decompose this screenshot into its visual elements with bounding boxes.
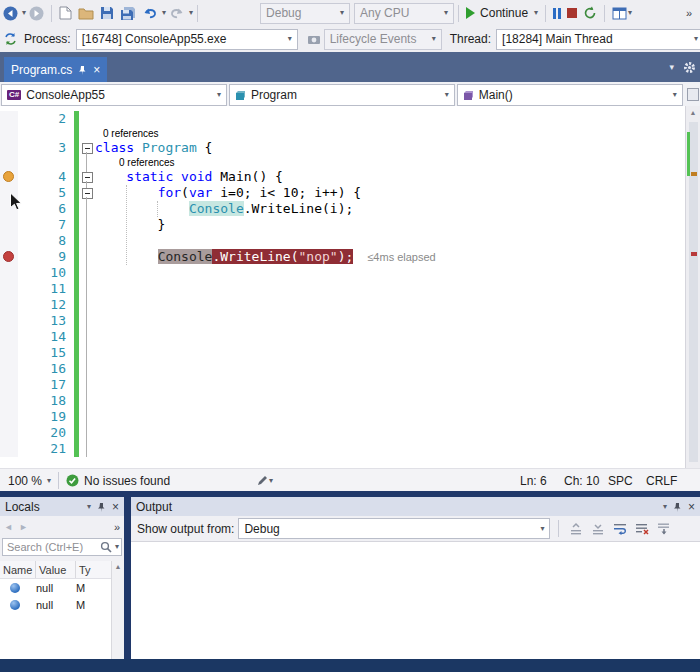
tracepoint-indicator[interactable] [3, 171, 14, 182]
code-line[interactable]: 18 [0, 393, 686, 409]
breakpoint-margin[interactable] [0, 297, 18, 313]
code-line[interactable]: 19 [0, 409, 686, 425]
editor-vertical-scrollbar[interactable]: ▲ [685, 106, 700, 468]
toolbar-overflow-icon[interactable]: » [114, 521, 120, 533]
code-editor[interactable]: 20 references3class Program {0 reference… [0, 106, 700, 468]
code-text[interactable] [95, 441, 686, 457]
breakpoint-margin[interactable] [0, 140, 18, 156]
toolbar-overflow-button[interactable]: » [686, 7, 700, 19]
code-line[interactable]: 17 [0, 377, 686, 393]
window-position-caret-icon[interactable]: ▾ [663, 503, 667, 511]
code-line[interactable]: 12 [0, 297, 686, 313]
tab-close-icon[interactable]: × [93, 64, 100, 76]
code-text[interactable] [95, 281, 686, 297]
code-text[interactable] [95, 313, 686, 329]
save-all-button[interactable] [117, 2, 139, 24]
pin-icon[interactable] [78, 65, 87, 75]
column-indicator[interactable]: Ch: 10 [564, 474, 608, 488]
output-source-dropdown[interactable]: Debug ▾ [238, 518, 550, 539]
word-wrap-button[interactable] [611, 520, 629, 538]
vertical-splitter[interactable] [124, 497, 131, 659]
breakpoint-margin[interactable] [0, 127, 18, 140]
code-text[interactable] [95, 233, 686, 249]
tab-program-cs[interactable]: Program.cs × [4, 57, 107, 82]
code-text[interactable] [95, 393, 686, 409]
code-text[interactable] [95, 297, 686, 313]
code-line[interactable]: 5 for(var i=0; i< 10; i++) { [0, 185, 686, 201]
code-text[interactable]: class Program { [95, 140, 686, 156]
breakpoint-margin[interactable] [0, 441, 18, 457]
locals-grid[interactable]: Name Value Ty nullMnullM ▲ [0, 561, 124, 659]
process-dropdown[interactable]: [16748] ConsoleApp55.exe ▾ [76, 29, 298, 50]
close-icon[interactable]: × [688, 500, 695, 514]
previous-message-button[interactable] [567, 520, 585, 538]
perf-tip[interactable]: ≤4ms elapsed [353, 251, 435, 263]
continue-button[interactable]: Continue ▾ [463, 2, 541, 24]
toggle-autoscroll-button[interactable] [655, 520, 673, 538]
window-position-caret-icon[interactable]: ▾ [87, 503, 91, 511]
save-button[interactable] [97, 2, 117, 24]
code-line[interactable]: 2 [0, 111, 686, 127]
code-line[interactable]: 14 [0, 329, 686, 345]
zoom-dropdown[interactable]: 100 % ▾ [0, 470, 54, 492]
next-message-button[interactable] [589, 520, 607, 538]
breakpoint-margin[interactable] [0, 377, 18, 393]
code-line[interactable]: 16 [0, 361, 686, 377]
locals-row[interactable]: nullM [0, 579, 124, 596]
search-options-caret-icon[interactable]: ▾ [115, 543, 119, 551]
scrollbar-split-grip[interactable] [687, 88, 699, 101]
code-text[interactable] [95, 265, 686, 281]
redo-button[interactable] [166, 2, 188, 24]
code-line[interactable]: 20 [0, 425, 686, 441]
code-line[interactable]: 9 Console.WriteLine("nop");≤4ms elapsed [0, 249, 686, 265]
scroll-up-icon[interactable]: ▲ [686, 106, 700, 116]
code-text[interactable]: Console.WriteLine(i); [95, 201, 686, 217]
column-header-name[interactable]: Name [0, 561, 36, 578]
navigate-backward-button[interactable] [0, 2, 21, 24]
stop-debugging-button[interactable] [564, 2, 580, 24]
breakpoint-margin[interactable] [0, 156, 18, 169]
code-line[interactable]: 4 static void Main() { [0, 169, 686, 185]
locals-title-bar[interactable]: Locals ▾ × [0, 497, 124, 516]
editor-actions-button[interactable]: ▾ [253, 470, 276, 492]
breakpoint-margin[interactable] [0, 329, 18, 345]
codelens-references-link[interactable]: 0 references [95, 128, 159, 139]
solution-config-dropdown[interactable]: Debug ▾ [260, 3, 350, 24]
code-text[interactable]: } [95, 217, 686, 233]
platform-dropdown[interactable]: Any CPU ▾ [354, 3, 454, 24]
code-text[interactable] [95, 111, 686, 127]
gear-icon[interactable] [683, 61, 696, 74]
break-all-button[interactable] [550, 2, 564, 24]
code-text[interactable]: static void Main() { [95, 169, 686, 185]
breakpoint-margin[interactable] [0, 233, 18, 249]
clear-all-button[interactable] [633, 520, 651, 538]
output-title-bar[interactable]: Output ▾ × [131, 497, 700, 516]
code-text[interactable] [95, 409, 686, 425]
code-area[interactable]: 20 references3class Program {0 reference… [0, 106, 686, 468]
breakpoint-margin[interactable] [0, 111, 18, 127]
breakpoint-indicator[interactable] [3, 251, 14, 262]
restart-button[interactable] [580, 2, 600, 24]
code-line[interactable]: 21 [0, 441, 686, 457]
breakpoint-margin[interactable] [0, 409, 18, 425]
project-dropdown[interactable]: C# ConsoleApp55 ▾ [1, 84, 227, 106]
code-line[interactable]: 11 [0, 281, 686, 297]
code-line[interactable]: 3class Program { [0, 140, 686, 156]
line-ending-indicator[interactable]: CRLF [646, 474, 690, 488]
document-health-indicator[interactable]: No issues found [63, 470, 173, 492]
code-text[interactable]: for(var i=0; i< 10; i++) { [95, 185, 686, 201]
scroll-up-icon[interactable]: ▲ [112, 561, 124, 570]
code-text[interactable] [95, 345, 686, 361]
open-file-button[interactable] [75, 2, 97, 24]
breakpoint-margin[interactable] [0, 313, 18, 329]
close-icon[interactable]: × [112, 500, 119, 514]
fold-collapse-box[interactable] [82, 143, 93, 154]
redo-caret-icon[interactable]: ▾ [189, 9, 193, 17]
breakpoint-margin[interactable] [0, 169, 18, 185]
continue-caret-icon[interactable]: ▾ [534, 9, 538, 17]
lifecycle-events-button[interactable] [304, 28, 324, 50]
code-line[interactable]: 8 [0, 233, 686, 249]
locals-scrollbar[interactable]: ▲ [111, 561, 124, 659]
debug-windows-button[interactable]: ▾ [609, 2, 635, 24]
breakpoint-margin[interactable] [0, 425, 18, 441]
